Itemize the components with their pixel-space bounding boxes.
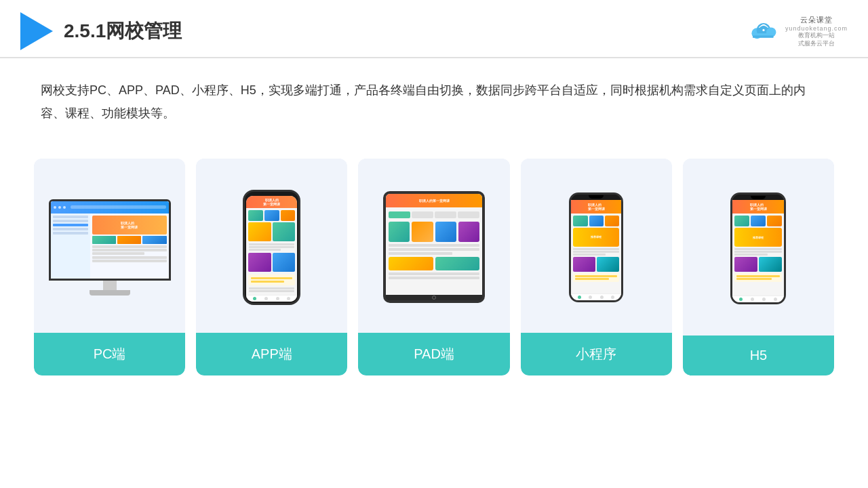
miniprogram-label: 小程序 [521, 333, 672, 375]
cloud-logo-icon [747, 20, 780, 42]
pc-card: 职涯人的第一堂网课 [34, 159, 185, 375]
pc-image-area: 职涯人的第一堂网课 [34, 159, 185, 333]
h5-image-area: 职涯人的第一堂网课 推荐课程 [683, 159, 834, 336]
brand-logo: 云朵课堂 yunduoketang.com 教育机构一站式服务云平台 [785, 15, 848, 47]
device-cards-container: 职涯人的第一堂网课 [0, 145, 868, 389]
app-phone-icon: 职涯人的第一堂网课 [243, 190, 300, 305]
h5-card: 职涯人的第一堂网课 推荐课程 [683, 159, 834, 375]
miniprogram-image-area: 职涯人的第一堂网课 推荐课程 [521, 159, 672, 333]
logo-triangle-icon [20, 12, 53, 50]
pad-card: 职涯人的第一堂网课 [358, 159, 509, 375]
pad-image-area: 职涯人的第一堂网课 [358, 159, 509, 333]
brand-area: 云朵课堂 yunduoketang.com 教育机构一站式服务云平台 [747, 15, 848, 47]
app-label: APP端 [196, 333, 347, 375]
app-card: 职涯人的第一堂网课 [196, 159, 347, 375]
description-text: 网校支持PC、APP、PAD、小程序、H5，实现多端打通，产品各终端自由切换，数… [0, 58, 868, 138]
pad-label: PAD端 [358, 333, 509, 375]
header-left: 2.5.1网校管理 [20, 12, 182, 50]
miniprogram-phone-icon: 职涯人的第一堂网课 推荐课程 [569, 192, 623, 302]
pc-monitor-icon: 职涯人的第一堂网课 [49, 199, 171, 296]
h5-phone-icon: 职涯人的第一堂网课 推荐课程 [730, 192, 786, 304]
brand-url: yunduoketang.com [785, 25, 848, 32]
miniprogram-card: 职涯人的第一堂网课 推荐课程 [521, 159, 672, 375]
pc-label: PC端 [34, 333, 185, 375]
page-title: 2.5.1网校管理 [64, 18, 182, 44]
svg-point-5 [762, 29, 764, 31]
brand-name: 云朵课堂 [800, 15, 833, 25]
h5-label: H5 [683, 336, 834, 375]
svg-rect-4 [753, 35, 773, 37]
pad-tablet-icon: 职涯人的第一堂网课 [383, 191, 485, 303]
header: 2.5.1网校管理 云朵课堂 yunduoketang.com 教育机构一站式服… [0, 0, 868, 58]
brand-tagline: 教育机构一站式服务云平台 [798, 32, 835, 47]
app-image-area: 职涯人的第一堂网课 [196, 159, 347, 333]
